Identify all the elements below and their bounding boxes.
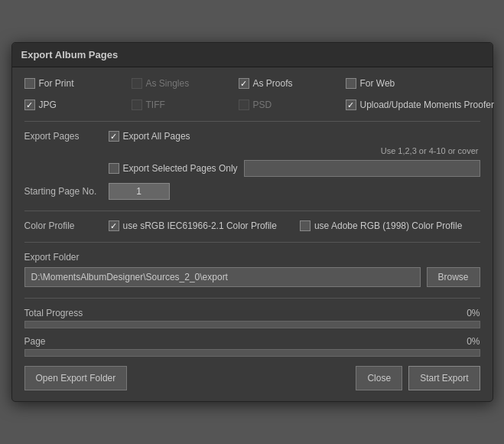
tiff-checkbox[interactable] [132, 100, 142, 110]
srgb-checkbox[interactable] [109, 220, 119, 231]
export-all-option[interactable]: Export All Pages [109, 131, 480, 142]
for-web-option[interactable]: For Web [346, 78, 453, 89]
tiff-label: TIFF [146, 100, 165, 110]
browse-button[interactable]: Browse [427, 267, 480, 287]
pages-input[interactable] [244, 160, 480, 177]
pages-hint: Use 1,2,3 or 4-10 or cover [109, 146, 480, 155]
srgb-option[interactable]: use sRGB IEC61966-2.1 Color Profile [109, 220, 277, 231]
open-export-folder-button[interactable]: Open Export Folder [24, 366, 128, 390]
start-export-button[interactable]: Start Export [408, 366, 480, 390]
adobe-rgb-option[interactable]: use Adobe RGB (1998) Color Profile [300, 220, 462, 231]
tiff-option[interactable]: TIFF [132, 100, 239, 110]
upload-option[interactable]: Upload/Update Moments Proofer [346, 100, 505, 110]
psd-label: PSD [253, 100, 272, 110]
starting-page-input[interactable] [109, 183, 170, 200]
adobe-rgb-checkbox[interactable] [300, 220, 311, 231]
close-button[interactable]: Close [356, 366, 402, 390]
dialog-title: Export Album Pages [12, 43, 493, 67]
for-print-option[interactable]: For Print [24, 78, 132, 89]
as-singles-checkbox[interactable] [132, 78, 142, 89]
as-proofs-checkbox[interactable] [239, 78, 249, 89]
adobe-rgb-label: use Adobe RGB (1998) Color Profile [314, 220, 462, 231]
as-singles-option[interactable]: As Singles [132, 78, 239, 89]
for-print-label: For Print [39, 78, 74, 89]
psd-option[interactable]: PSD [239, 100, 346, 110]
upload-checkbox[interactable] [346, 100, 356, 110]
export-all-checkbox[interactable] [109, 131, 119, 142]
jpg-checkbox[interactable] [24, 100, 35, 110]
srgb-label: use sRGB IEC61966-2.1 Color Profile [123, 220, 277, 231]
export-pages-label: Export Pages [24, 131, 109, 142]
page-progress-bar [24, 349, 480, 357]
export-selected-checkbox[interactable] [109, 163, 119, 174]
for-web-checkbox[interactable] [346, 78, 356, 89]
export-dialog: Export Album Pages For Print As Singles … [11, 42, 493, 402]
color-profile-label: Color Profile [24, 220, 109, 231]
total-progress-label: Total Progress [24, 308, 83, 318]
page-progress-pct: 0% [467, 336, 480, 347]
total-progress-bar [24, 321, 480, 328]
export-folder-label: Export Folder [24, 252, 480, 263]
upload-label: Upload/Update Moments Proofer [360, 100, 494, 110]
export-selected-option[interactable]: Export Selected Pages Only [109, 163, 238, 174]
jpg-option[interactable]: JPG [24, 100, 132, 110]
folder-path-input[interactable] [24, 267, 421, 287]
for-web-label: For Web [360, 78, 395, 89]
jpg-label: JPG [39, 100, 57, 110]
starting-page-label: Starting Page No. [24, 186, 109, 197]
as-proofs-option[interactable]: As Proofs [239, 78, 346, 89]
as-proofs-label: As Proofs [253, 78, 293, 89]
total-progress-pct: 0% [467, 308, 480, 318]
psd-checkbox[interactable] [239, 100, 249, 110]
export-all-label: Export All Pages [123, 131, 190, 142]
for-print-checkbox[interactable] [24, 78, 35, 89]
page-progress-label: Page [24, 336, 46, 347]
as-singles-label: As Singles [146, 78, 190, 89]
export-selected-label: Export Selected Pages Only [123, 163, 238, 174]
